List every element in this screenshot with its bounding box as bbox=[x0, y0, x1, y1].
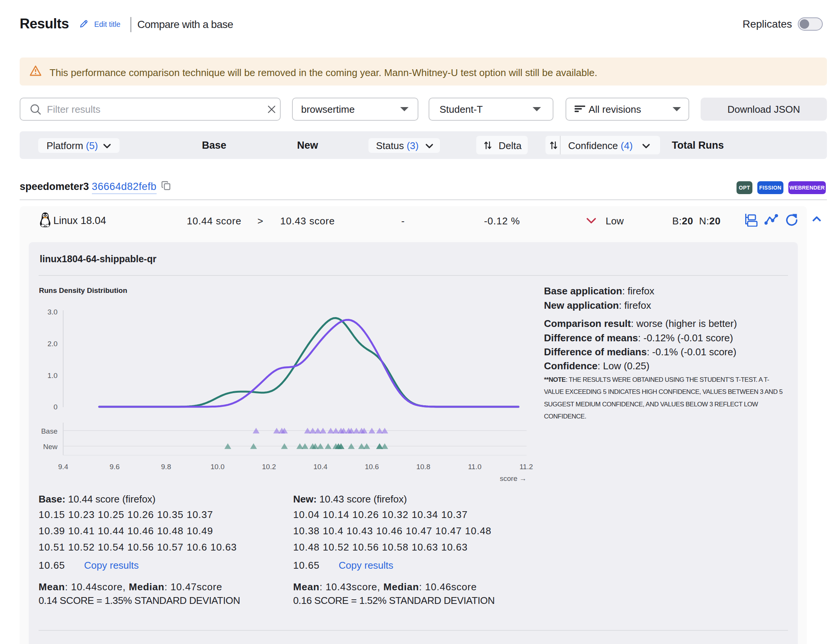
svg-text:9.8: 9.8 bbox=[161, 463, 171, 471]
svg-text:10.4: 10.4 bbox=[314, 463, 328, 471]
svg-text:10.6: 10.6 bbox=[365, 463, 379, 471]
svg-text:score →: score → bbox=[500, 474, 527, 482]
svg-text:9.4: 9.4 bbox=[58, 463, 69, 471]
svg-text:Base: Base bbox=[41, 427, 57, 435]
svg-text:11.2: 11.2 bbox=[519, 463, 533, 471]
svg-text:11.0: 11.0 bbox=[468, 463, 482, 471]
svg-text:10.0: 10.0 bbox=[211, 463, 225, 471]
svg-text:10.8: 10.8 bbox=[416, 463, 431, 471]
svg-text:9.6: 9.6 bbox=[110, 463, 119, 471]
svg-text:3.0: 3.0 bbox=[48, 308, 57, 316]
svg-text:1.0: 1.0 bbox=[48, 371, 57, 379]
svg-text:New: New bbox=[43, 443, 57, 451]
svg-text:2.0: 2.0 bbox=[48, 340, 57, 348]
svg-text:0: 0 bbox=[53, 403, 57, 411]
svg-text:10.2: 10.2 bbox=[262, 463, 276, 471]
